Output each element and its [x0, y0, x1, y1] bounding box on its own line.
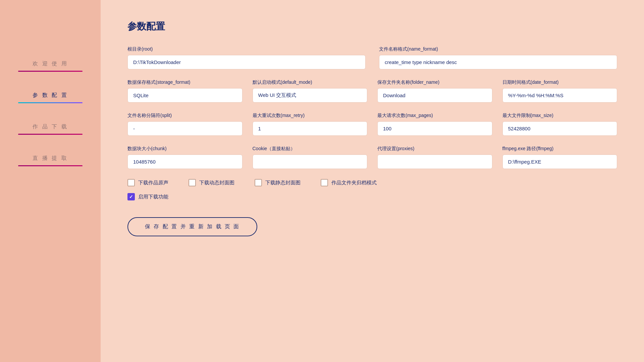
- checkbox-archive-mode-label: 作品文件夹归档模式: [331, 180, 377, 186]
- field-folder-name: 保存文件夹名称(folder_name): [377, 79, 492, 103]
- proxies-label: 代理设置(proxies): [377, 146, 492, 152]
- split-label: 文件名称分隔符(split): [127, 113, 243, 119]
- folder-name-label: 保存文件夹名称(folder_name): [377, 79, 492, 85]
- checkbox-static-cover[interactable]: 下载静态封面图: [255, 179, 301, 186]
- checkbox-archive-mode[interactable]: 作品文件夹归档模式: [321, 179, 377, 186]
- sidebar-item-welcome[interactable]: 欢 迎 使 用: [10, 60, 91, 72]
- sidebar-item-download[interactable]: 作 品 下 载: [10, 123, 91, 135]
- form-row-3: 文件名称分隔符(split) 最大重试次数(max_retry) 最大请求次数(…: [127, 113, 617, 136]
- field-proxies: 代理设置(proxies): [377, 146, 492, 169]
- sidebar: 欢 迎 使 用 参 数 配 置 作 品 下 载 直 播 提 取: [0, 0, 101, 362]
- checkbox-download-audio-box[interactable]: [127, 179, 135, 186]
- field-name-format: 文件名称格式(name_format): [379, 46, 617, 69]
- checkbox-static-cover-box[interactable]: [255, 179, 262, 186]
- root-label: 根目录(root): [127, 46, 366, 52]
- field-chunk: 数据块大小(chunk): [127, 146, 243, 169]
- checkbox-static-cover-label: 下载静态封面图: [265, 180, 301, 186]
- field-ffmpeg: ffmpeg.exe 路径(ffmpeg): [502, 146, 618, 169]
- field-root: 根目录(root): [127, 46, 366, 69]
- checkbox-row-2: 启用下载功能: [127, 193, 617, 200]
- field-default-mode: 默认启动模式(default_mode): [253, 79, 368, 103]
- sidebar-item-config[interactable]: 参 数 配 置: [10, 92, 91, 103]
- checkbox-row-1: 下载作品原声 下载动态封面图 下载静态封面图 作品文件夹归档模式: [127, 179, 617, 186]
- form-row-4: 数据块大小(chunk) Cookie（直接粘贴） 代理设置(proxies) …: [127, 146, 617, 169]
- sidebar-welcome-divider: [18, 71, 83, 72]
- ffmpeg-label: ffmpeg.exe 路径(ffmpeg): [502, 146, 618, 152]
- form-row-2: 数据保存格式(storage_format) 默认启动模式(default_mo…: [127, 79, 617, 103]
- default-mode-input[interactable]: [253, 88, 368, 103]
- split-input[interactable]: [127, 121, 243, 136]
- max-size-label: 最大文件限制(max_size): [502, 113, 618, 119]
- form-row-1: 根目录(root) 文件名称格式(name_format): [127, 46, 617, 69]
- field-max-pages: 最大请求次数(max_pages): [377, 113, 492, 136]
- config-form: 根目录(root) 文件名称格式(name_format) 数据保存格式(sto…: [127, 46, 617, 236]
- chunk-label: 数据块大小(chunk): [127, 146, 243, 152]
- storage-format-input[interactable]: [127, 88, 243, 103]
- checkbox-enable-download[interactable]: 启用下载功能: [127, 193, 168, 200]
- max-retry-label: 最大重试次数(max_retry): [253, 113, 368, 119]
- sidebar-welcome-label: 欢 迎 使 用: [33, 60, 68, 67]
- chunk-input[interactable]: [127, 155, 243, 169]
- date-format-label: 日期时间格式(date_format): [502, 79, 618, 85]
- storage-format-label: 数据保存格式(storage_format): [127, 79, 243, 85]
- ffmpeg-input[interactable]: [502, 155, 618, 169]
- save-button-container: 保 存 配 置 并 重 新 加 载 页 面: [127, 207, 617, 236]
- sidebar-item-live[interactable]: 直 播 提 取: [10, 155, 91, 166]
- field-max-size: 最大文件限制(max_size): [502, 113, 618, 136]
- field-split: 文件名称分隔符(split): [127, 113, 243, 136]
- cookie-label: Cookie（直接粘贴）: [253, 146, 368, 152]
- name-format-input[interactable]: [379, 55, 617, 69]
- sidebar-live-divider: [18, 165, 83, 166]
- sidebar-download-divider: [18, 134, 83, 135]
- main-content: 参数配置 根目录(root) 文件名称格式(name_format) 数据保存格…: [101, 0, 644, 362]
- sidebar-config-label: 参 数 配 置: [33, 92, 68, 99]
- checkbox-download-audio-label: 下载作品原声: [138, 180, 168, 186]
- sidebar-live-label: 直 播 提 取: [33, 155, 68, 162]
- proxies-input[interactable]: [377, 155, 492, 169]
- cookie-input[interactable]: [253, 155, 368, 169]
- max-retry-input[interactable]: [253, 121, 368, 136]
- checkbox-download-audio[interactable]: 下载作品原声: [127, 179, 168, 186]
- folder-name-input[interactable]: [377, 88, 492, 103]
- root-input[interactable]: [127, 55, 366, 69]
- field-cookie: Cookie（直接粘贴）: [253, 146, 368, 169]
- checkbox-dynamic-cover[interactable]: 下载动态封面图: [189, 179, 234, 186]
- checkbox-archive-mode-box[interactable]: [321, 179, 328, 186]
- max-pages-label: 最大请求次数(max_pages): [377, 113, 492, 119]
- checkbox-dynamic-cover-label: 下载动态封面图: [199, 180, 234, 186]
- page-title: 参数配置: [127, 20, 617, 33]
- sidebar-download-label: 作 品 下 载: [33, 123, 68, 130]
- checkbox-enable-download-label: 启用下载功能: [138, 194, 168, 200]
- checkbox-dynamic-cover-box[interactable]: [189, 179, 196, 186]
- date-format-input[interactable]: [502, 88, 618, 103]
- field-max-retry: 最大重试次数(max_retry): [253, 113, 368, 136]
- default-mode-label: 默认启动模式(default_mode): [253, 79, 368, 85]
- name-format-label: 文件名称格式(name_format): [379, 46, 617, 52]
- max-pages-input[interactable]: [377, 121, 492, 136]
- field-storage-format: 数据保存格式(storage_format): [127, 79, 243, 103]
- max-size-input[interactable]: [502, 121, 618, 136]
- field-date-format: 日期时间格式(date_format): [502, 79, 618, 103]
- checkbox-enable-download-box[interactable]: [127, 193, 135, 200]
- save-button[interactable]: 保 存 配 置 并 重 新 加 载 页 面: [127, 217, 257, 236]
- sidebar-config-divider: [18, 102, 83, 103]
